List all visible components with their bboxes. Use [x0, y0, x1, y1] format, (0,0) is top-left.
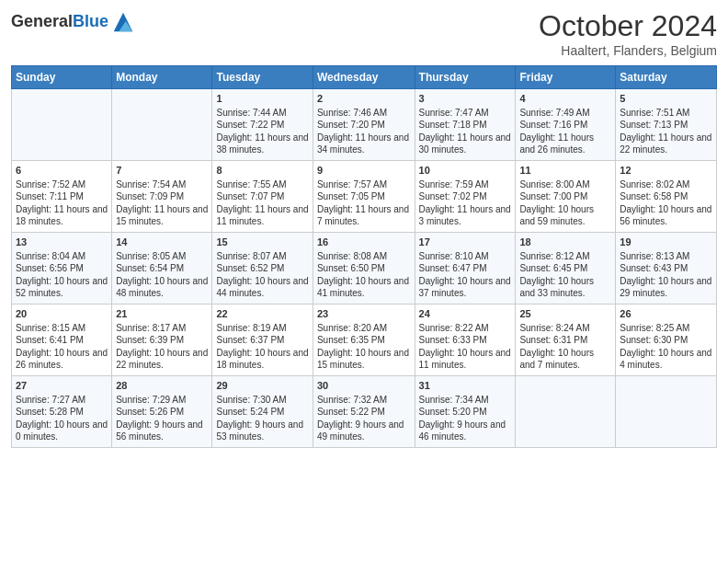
calendar-cell: 29Sunrise: 7:30 AMSunset: 5:24 PMDayligh…: [212, 376, 313, 448]
day-number: 10: [419, 164, 512, 178]
sunset-text: Sunset: 6:33 PM: [419, 335, 487, 345]
sunrise-text: Sunrise: 7:27 AM: [16, 395, 85, 405]
sunset-text: Sunset: 5:20 PM: [419, 407, 487, 417]
sunrise-text: Sunrise: 7:52 AM: [16, 179, 85, 190]
calendar-table: Sunday Monday Tuesday Wednesday Thursday…: [11, 65, 717, 448]
daylight-text: Daylight: 9 hours and 46 minutes.: [419, 419, 506, 442]
day-number: 1: [216, 92, 308, 106]
day-number: 11: [519, 164, 611, 178]
page-container: GeneralBlue October 2024 Haaltert, Fland…: [0, 0, 728, 455]
sunset-text: Sunset: 6:54 PM: [116, 263, 184, 273]
daylight-text: Daylight: 10 hours and 37 minutes.: [419, 276, 511, 299]
sunset-text: Sunset: 5:22 PM: [317, 407, 385, 417]
col-sunday: Sunday: [12, 66, 112, 89]
sunrise-text: Sunrise: 7:44 AM: [216, 108, 286, 118]
day-number: 6: [16, 164, 108, 178]
day-number: 29: [216, 379, 308, 393]
day-number: 15: [216, 236, 308, 249]
calendar-cell: [112, 89, 212, 161]
col-friday: Friday: [516, 66, 616, 89]
calendar-cell: 1Sunrise: 7:44 AMSunset: 7:22 PMDaylight…: [212, 89, 313, 161]
col-monday: Monday: [112, 66, 212, 89]
sunset-text: Sunset: 5:24 PM: [216, 407, 284, 417]
calendar-cell: 30Sunrise: 7:32 AMSunset: 5:22 PMDayligh…: [313, 376, 415, 448]
daylight-text: Daylight: 9 hours and 53 minutes.: [216, 419, 303, 442]
day-number: 22: [216, 307, 308, 321]
sunrise-text: Sunrise: 7:54 AM: [116, 179, 186, 190]
daylight-text: Daylight: 10 hours and 26 minutes.: [16, 348, 108, 371]
calendar-cell: 17Sunrise: 8:10 AMSunset: 6:47 PMDayligh…: [415, 233, 516, 304]
sunrise-text: Sunrise: 7:57 AM: [317, 179, 387, 190]
sunset-text: Sunset: 7:09 PM: [116, 191, 184, 201]
logo: GeneralBlue: [11, 9, 136, 35]
calendar-cell: 14Sunrise: 8:05 AMSunset: 6:54 PMDayligh…: [112, 233, 212, 304]
calendar-cell: 4Sunrise: 7:49 AMSunset: 7:16 PMDaylight…: [516, 89, 616, 161]
sunset-text: Sunset: 7:02 PM: [419, 191, 487, 201]
day-number: 27: [16, 379, 108, 393]
sunset-text: Sunset: 6:39 PM: [116, 335, 184, 345]
daylight-text: Daylight: 10 hours and 11 minutes.: [419, 348, 511, 371]
calendar-cell: 11Sunrise: 8:00 AMSunset: 7:00 PMDayligh…: [516, 161, 616, 233]
sunrise-text: Sunrise: 7:47 AM: [419, 108, 489, 118]
day-number: 24: [419, 307, 512, 321]
calendar-cell: 2Sunrise: 7:46 AMSunset: 7:20 PMDaylight…: [313, 89, 415, 161]
day-number: 8: [216, 164, 308, 178]
daylight-text: Daylight: 11 hours and 22 minutes.: [620, 132, 711, 155]
sunrise-text: Sunrise: 7:51 AM: [620, 108, 689, 118]
sunrise-text: Sunrise: 7:59 AM: [419, 179, 489, 190]
calendar-row-1: 1Sunrise: 7:44 AMSunset: 7:22 PMDaylight…: [12, 89, 717, 161]
calendar-cell: 12Sunrise: 8:02 AMSunset: 6:58 PMDayligh…: [616, 161, 717, 233]
calendar-cell: 15Sunrise: 8:07 AMSunset: 6:52 PMDayligh…: [212, 233, 313, 304]
calendar-cell: [12, 89, 112, 161]
calendar-cell: 25Sunrise: 8:24 AMSunset: 6:31 PMDayligh…: [516, 304, 616, 376]
daylight-text: Daylight: 11 hours and 15 minutes.: [116, 204, 208, 227]
calendar-cell: 31Sunrise: 7:34 AMSunset: 5:20 PMDayligh…: [415, 376, 516, 448]
day-number: 14: [116, 236, 208, 249]
daylight-text: Daylight: 9 hours and 49 minutes.: [317, 419, 404, 442]
logo-general: General: [11, 12, 73, 30]
calendar-cell: 24Sunrise: 8:22 AMSunset: 6:33 PMDayligh…: [415, 304, 516, 376]
sunset-text: Sunset: 6:35 PM: [317, 335, 385, 345]
daylight-text: Daylight: 11 hours and 34 minutes.: [317, 132, 409, 155]
sunset-text: Sunset: 7:05 PM: [317, 191, 385, 201]
sunrise-text: Sunrise: 8:13 AM: [620, 251, 689, 261]
sunset-text: Sunset: 7:20 PM: [317, 120, 385, 130]
day-number: 17: [419, 236, 512, 249]
col-tuesday: Tuesday: [212, 66, 313, 89]
day-number: 2: [317, 92, 411, 106]
daylight-text: Daylight: 11 hours and 30 minutes.: [419, 132, 511, 155]
sunset-text: Sunset: 6:41 PM: [16, 335, 84, 345]
sunrise-text: Sunrise: 8:10 AM: [419, 251, 489, 261]
calendar-cell: 26Sunrise: 8:25 AMSunset: 6:30 PMDayligh…: [616, 304, 717, 376]
daylight-text: Daylight: 10 hours and 59 minutes.: [519, 204, 594, 227]
day-number: 26: [620, 307, 712, 321]
sunrise-text: Sunrise: 8:04 AM: [16, 251, 85, 261]
sunrise-text: Sunrise: 8:19 AM: [216, 323, 286, 333]
calendar-cell: 22Sunrise: 8:19 AMSunset: 6:37 PMDayligh…: [212, 304, 313, 376]
sunset-text: Sunset: 6:47 PM: [419, 263, 487, 273]
daylight-text: Daylight: 9 hours and 56 minutes.: [116, 419, 203, 442]
calendar-cell: 18Sunrise: 8:12 AMSunset: 6:45 PMDayligh…: [516, 233, 616, 304]
sunrise-text: Sunrise: 8:15 AM: [16, 323, 85, 333]
header-row: Sunday Monday Tuesday Wednesday Thursday…: [12, 66, 717, 89]
sunset-text: Sunset: 6:45 PM: [519, 263, 587, 273]
month-title: October 2024: [539, 9, 717, 43]
day-number: 13: [16, 236, 108, 249]
logo-blue: Blue: [73, 12, 108, 30]
calendar-row-4: 20Sunrise: 8:15 AMSunset: 6:41 PMDayligh…: [12, 304, 717, 376]
sunset-text: Sunset: 5:26 PM: [116, 407, 184, 417]
sunrise-text: Sunrise: 7:34 AM: [419, 395, 489, 405]
sunset-text: Sunset: 6:50 PM: [317, 263, 385, 273]
calendar-cell: 21Sunrise: 8:17 AMSunset: 6:39 PMDayligh…: [112, 304, 212, 376]
sunrise-text: Sunrise: 8:00 AM: [519, 179, 589, 190]
day-number: 5: [620, 92, 712, 106]
daylight-text: Daylight: 10 hours and 15 minutes.: [317, 348, 409, 371]
sunset-text: Sunset: 6:30 PM: [620, 335, 688, 345]
sunset-text: Sunset: 7:07 PM: [216, 191, 284, 201]
daylight-text: Daylight: 10 hours and 56 minutes.: [620, 204, 711, 227]
day-number: 20: [16, 307, 108, 321]
calendar-cell: 13Sunrise: 8:04 AMSunset: 6:56 PMDayligh…: [12, 233, 112, 304]
daylight-text: Daylight: 10 hours and 18 minutes.: [216, 348, 308, 371]
sunrise-text: Sunrise: 8:24 AM: [519, 323, 589, 333]
sunrise-text: Sunrise: 7:29 AM: [116, 395, 186, 405]
